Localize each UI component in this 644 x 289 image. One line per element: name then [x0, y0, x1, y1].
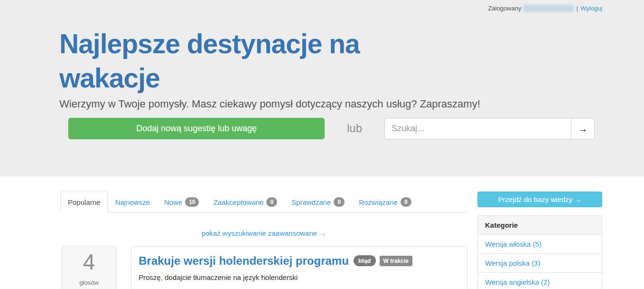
category-link-wersja-angielska[interactable]: Wersja angielska (2) — [478, 273, 602, 289]
search-input[interactable] — [384, 118, 571, 139]
search-submit-button[interactable]: → — [571, 118, 595, 139]
tab-sprawdzane-count-badge: 0 — [334, 197, 345, 207]
suggestion-title-link[interactable]: Brakuje wersji holenderskiej programu — [139, 254, 349, 267]
tab-zaakceptowane[interactable]: Zaakceptowane0 — [206, 192, 284, 212]
userbar-separator: | — [576, 5, 578, 12]
redacted-username — [523, 5, 574, 12]
tabs-bar: Popularne Najnowsze Nowe10 Zaakceptowane… — [60, 192, 467, 213]
suggestion-title-row: Brakuje wersji holenderskiej programubłą… — [139, 255, 460, 267]
logout-link[interactable]: Wyloguj — [580, 5, 602, 12]
tab-najnowsze[interactable]: Najnowsze — [108, 192, 157, 212]
tab-rozwiazane[interactable]: Rozwiązane0 — [352, 192, 418, 212]
page-subtitle: Wierzymy w Twoje pomysły. Masz ciekawy p… — [59, 98, 480, 110]
arrow-right-icon: → — [578, 123, 588, 134]
advanced-search-link[interactable]: pokaż wyszukiwanie zaawansowane → — [202, 229, 327, 237]
advanced-search-row: pokaż wyszukiwanie zaawansowane → — [60, 229, 467, 237]
add-suggestion-button[interactable]: Dodaj nową sugestię lub uwagę — [68, 118, 325, 139]
page-title: Najlepsze destynacje na wakacje — [59, 27, 434, 96]
tab-sprawdzane[interactable]: Sprawdzane0 — [284, 192, 352, 212]
logged-in-label: Zalogowany — [488, 5, 521, 12]
page: Zalogowany | Wyloguj Najlepsze destynacj… — [0, 0, 644, 289]
user-bar: Zalogowany | Wyloguj — [488, 5, 602, 12]
categories-header: Kategorie — [478, 216, 602, 235]
vote-box[interactable]: 4 głosów — [61, 246, 117, 289]
or-label: lub — [347, 122, 362, 135]
hero-section: Zalogowany | Wyloguj Najlepsze destynacj… — [0, 0, 644, 176]
suggestion-status-badge: W trakcie — [380, 256, 412, 266]
tab-zaakceptowane-count-badge: 0 — [266, 197, 277, 207]
category-link-wersja-wloska[interactable]: Wersja włoska (5) — [478, 235, 602, 254]
vote-count: 4 — [62, 250, 116, 273]
vote-count-label: głosów — [62, 279, 116, 286]
tab-nowe-count-badge: 10 — [185, 197, 199, 207]
knowledge-base-button[interactable]: Przejdź do bazy wiedzy → — [477, 192, 602, 207]
tab-rozwiazane-count-badge: 0 — [401, 197, 411, 207]
suggestion-description: Proszę, dodajcie tłumaczenie na język ho… — [139, 273, 460, 281]
categories-panel: Kategorie Wersja włoska (5) Wersja polsk… — [477, 215, 602, 289]
tab-nowe[interactable]: Nowe10 — [157, 192, 206, 212]
category-link-wersja-polska[interactable]: Wersja polska (3) — [478, 254, 602, 273]
search-group: → — [384, 118, 595, 139]
suggestion-card: Brakuje wersji holenderskiej programubłą… — [131, 246, 467, 289]
tab-popularne[interactable]: Popularne — [60, 192, 108, 213]
suggestion-type-badge: błąd — [354, 255, 376, 266]
